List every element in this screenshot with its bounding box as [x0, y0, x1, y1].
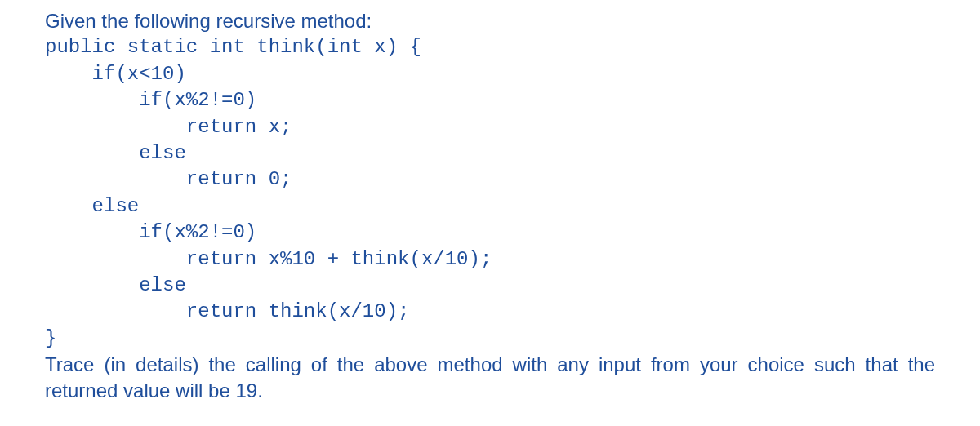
code-line: if(x<10) — [45, 61, 935, 87]
code-line: } — [45, 326, 935, 352]
trace-prompt: Trace (in details) the calling of the ab… — [45, 352, 935, 405]
code-line: else — [45, 140, 935, 166]
code-line: return x; — [45, 114, 935, 140]
code-line: if(x%2!=0) — [45, 87, 935, 113]
code-line: if(x%2!=0) — [45, 220, 935, 246]
code-block: public static int think(int x) { if(x<10… — [45, 34, 935, 352]
code-line: else — [45, 273, 935, 299]
code-line: return think(x/10); — [45, 299, 935, 325]
intro-text: Given the following recursive method: — [45, 8, 935, 34]
code-line: else — [45, 193, 935, 220]
code-line: public static int think(int x) { — [45, 34, 935, 60]
code-line: return 0; — [45, 166, 935, 193]
code-line: return x%10 + think(x/10); — [45, 246, 935, 273]
